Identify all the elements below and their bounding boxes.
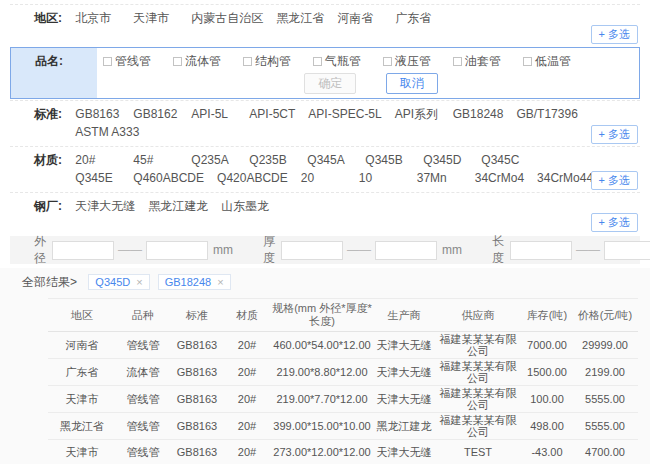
table-row[interactable]: 黑龙江省管线管GB816320#399.00*15.00*10.00黑龙江建龙福… [48, 413, 638, 440]
checkbox-icon[interactable] [173, 57, 182, 66]
filter-section-mill: 钢厂: 天津大无缝黑龙江建龙山东墨龙 + 多选 [10, 192, 640, 234]
filter-option[interactable]: 广东省 [395, 10, 440, 26]
range-max-input[interactable] [375, 241, 437, 260]
filter-option[interactable]: API-5CT [249, 106, 295, 122]
table-cell: 20# [224, 413, 270, 440]
filter-option[interactable]: GB8163 [75, 106, 120, 122]
cancel-button[interactable]: 取消 [386, 73, 438, 94]
filter-option[interactable]: 34CrMo44 [537, 170, 593, 186]
filter-option[interactable]: Q345A [307, 152, 352, 168]
filter-panel: 地区: 北京市天津市内蒙古自治区黑龙江省河南省广东省 + 多选 品名: 管线管流… [0, 0, 650, 264]
filter-option[interactable]: Q345C [481, 152, 526, 168]
filter-option[interactable]: API-SPEC-5L [308, 106, 381, 122]
filter-option[interactable]: Q345D [423, 152, 468, 168]
table-row[interactable]: 河南省管线管GB816320#460.00*54.00*12.00天津大无缝福建… [48, 332, 638, 359]
filter-option[interactable]: 内蒙古自治区 [191, 10, 263, 26]
multi-select-button-standard[interactable]: + 多选 [591, 125, 638, 144]
filter-option[interactable]: 37Mn [417, 170, 462, 186]
table-cell: TEST [434, 440, 522, 464]
selected-filter-tag[interactable]: GB18248× [158, 274, 231, 290]
filter-option[interactable]: GB8162 [133, 106, 178, 122]
filter-option[interactable]: 45# [133, 152, 178, 168]
range-max-input[interactable] [604, 241, 650, 260]
filter-option[interactable]: 河南省 [337, 10, 382, 26]
range-min-input[interactable] [281, 241, 343, 260]
table-cell: 流体管 [116, 359, 170, 386]
checkbox-icon[interactable] [383, 57, 392, 66]
product-checkbox-list: 管线管流体管结构管气瓶管液压管油套管低温管 [103, 53, 639, 70]
product-option-label: 管线管 [115, 54, 151, 68]
product-checkbox-option[interactable]: 液压管 [383, 53, 431, 70]
filter-option[interactable]: 北京市 [75, 10, 120, 26]
table-cell: 460.00*54.00*12.00 [270, 332, 374, 359]
filter-option[interactable]: API系列 [395, 106, 440, 122]
product-checkbox-option[interactable]: 结构管 [243, 53, 291, 70]
product-checkbox-option[interactable]: 低温管 [523, 53, 571, 70]
checkbox-icon[interactable] [313, 57, 322, 66]
product-checkbox-option[interactable]: 流体管 [173, 53, 221, 70]
range-field: 厚度——mm [263, 233, 462, 267]
multi-select-button-mill[interactable]: + 多选 [591, 213, 638, 232]
close-icon[interactable]: × [217, 276, 223, 288]
filter-option[interactable]: 10 [359, 170, 404, 186]
filter-option[interactable]: GB18248 [453, 106, 504, 122]
confirm-button[interactable]: 确定 [304, 73, 356, 94]
table-cell: GB8163 [170, 359, 224, 386]
filter-option[interactable]: 20 [301, 170, 346, 186]
checkbox-icon[interactable] [523, 57, 532, 66]
filter-option[interactable]: API-5L [191, 106, 236, 122]
table-cell: 河南省 [48, 332, 116, 359]
filter-option[interactable]: Q420ABCDE [217, 170, 288, 186]
range-unit-label: mm [442, 243, 462, 257]
filter-option[interactable]: GB/T17396 [516, 106, 577, 122]
filter-options-mill: 天津大无缝黑龙江建龙山东墨龙 [75, 198, 565, 216]
table-row[interactable]: 天津市管线管GB816320#219.00*7.70*12.00天津大无缝福建某… [48, 386, 638, 413]
filter-option[interactable]: 20# [75, 152, 120, 168]
product-checkbox-option[interactable]: 油套管 [453, 53, 501, 70]
column-header: 标准 [170, 299, 224, 332]
filter-option[interactable]: Q235B [249, 152, 294, 168]
filter-option[interactable]: 黑龙江建龙 [148, 198, 208, 214]
column-header: 库存(吨) [522, 299, 572, 332]
filter-option[interactable]: ASTM A333 [75, 124, 139, 140]
table-cell: 5555.00 [572, 386, 638, 413]
table-header-row: 地区品种标准材质规格(mm 外径*厚度*长度)生产商供应商库存(吨)价格(元/吨… [48, 299, 638, 332]
filter-option-line: 天津大无缝黑龙江建龙山东墨龙 [75, 198, 565, 214]
table-cell: 天津大无缝 [374, 332, 434, 359]
checkbox-icon[interactable] [103, 57, 112, 66]
filter-option[interactable]: 黑龙江省 [276, 10, 324, 26]
checkbox-icon[interactable] [453, 57, 462, 66]
range-min-input[interactable] [510, 241, 572, 260]
table-cell: 福建某某某有限公司 [434, 359, 522, 386]
product-option-label: 气瓶管 [325, 54, 361, 68]
column-header: 生产商 [374, 299, 434, 332]
multi-select-button-region[interactable]: + 多选 [591, 25, 638, 44]
filter-option[interactable]: 天津大无缝 [75, 198, 135, 214]
table-cell: 1500.00 [522, 359, 572, 386]
table-cell: 福建某某某有限公司 [434, 413, 522, 440]
column-header: 价格(元/吨) [572, 299, 638, 332]
selected-filter-tag[interactable]: Q345D× [88, 274, 149, 290]
multi-select-button-material[interactable]: + 多选 [591, 171, 638, 190]
filter-option[interactable]: 山东墨龙 [221, 198, 269, 214]
range-max-input[interactable] [146, 241, 208, 260]
filter-option[interactable]: Q460ABCDE [133, 170, 204, 186]
table-cell: 2199.00 [572, 359, 638, 386]
filter-option[interactable]: Q345B [365, 152, 410, 168]
filter-options-material: 20#45#Q235AQ235BQ345AQ345BQ345DQ345CQ345… [75, 152, 565, 188]
table-row[interactable]: 广东省流体管GB816320#219.00*8.80*12.00天津大无缝福建某… [48, 359, 638, 386]
table-cell: 20# [224, 359, 270, 386]
product-checkbox-option[interactable]: 气瓶管 [313, 53, 361, 70]
table-row[interactable]: 天津市管线管GB816320#273.00*12.00*12.00天津大无缝TE… [48, 440, 638, 464]
filter-option[interactable]: 34CrMo4 [475, 170, 524, 186]
close-icon[interactable]: × [136, 276, 142, 288]
filter-option[interactable]: Q235A [191, 152, 236, 168]
product-checkbox-option[interactable]: 管线管 [103, 53, 151, 70]
checkbox-icon[interactable] [243, 57, 252, 66]
table-cell: 天津大无缝 [374, 359, 434, 386]
range-min-input[interactable] [52, 241, 114, 260]
filter-option[interactable]: 天津市 [133, 10, 178, 26]
product-options-area: 管线管流体管结构管气瓶管液压管油套管低温管 确定 取消 [97, 48, 639, 98]
table-cell: 219.00*7.70*12.00 [270, 386, 374, 413]
filter-option[interactable]: Q345E [75, 170, 120, 186]
